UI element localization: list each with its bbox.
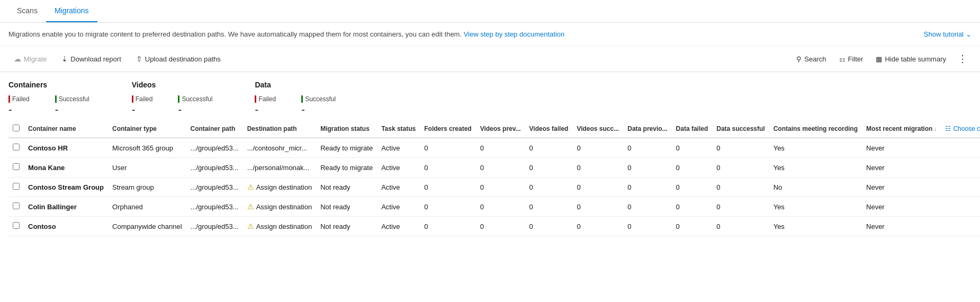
- col-folders-created[interactable]: Folders created: [420, 120, 475, 138]
- chart-icon: ▦: [876, 55, 882, 63]
- col-videos-succ[interactable]: Videos succ...: [572, 120, 623, 138]
- search-icon: ⚲: [796, 55, 802, 63]
- cell-dest: .../personal/monak...: [243, 158, 317, 177]
- summary-group-containers: Containers Failed - Successful -: [8, 81, 89, 116]
- cell-migration-status: Not ready: [316, 177, 377, 197]
- cell-recent: Never: [862, 177, 941, 197]
- col-choose-columns[interactable]: ☷ Choose columns: [941, 120, 980, 138]
- cell-migration-status: Not ready: [316, 217, 377, 236]
- table-row: Contoso Stream Group Stream group .../gr…: [8, 177, 980, 197]
- row-checkbox[interactable]: [8, 217, 24, 236]
- col-container-type[interactable]: Container type: [108, 120, 186, 138]
- select-all-checkbox[interactable]: [8, 120, 24, 138]
- cell-task-status: Active: [377, 177, 420, 197]
- cell-videos-succ: 0: [572, 138, 623, 158]
- row-checkbox[interactable]: [8, 197, 24, 217]
- info-bar-link[interactable]: View step by step documentation: [464, 30, 565, 38]
- filter-button[interactable]: ⚏ Filter: [834, 52, 869, 66]
- col-container-path[interactable]: Container path: [186, 120, 243, 138]
- col-data-prev[interactable]: Data previo...: [623, 120, 671, 138]
- cell-videos-failed: 0: [525, 177, 573, 197]
- cell-recent: Never: [862, 217, 941, 236]
- cell-task-status: Active: [377, 197, 420, 217]
- warning-icon: ⚠: [247, 183, 254, 191]
- cell-recent: Never: [862, 197, 941, 217]
- cell-folders: 0: [420, 217, 475, 236]
- cell-data-prev: 0: [623, 217, 671, 236]
- cell-path: .../group/ed53...: [186, 138, 243, 158]
- col-container-name[interactable]: Container name: [24, 120, 108, 138]
- cell-data-succ: 0: [712, 177, 769, 197]
- filter-icon: ⚏: [839, 55, 846, 63]
- hide-table-summary-button[interactable]: ▦ Hide table summary: [870, 52, 951, 66]
- cell-videos-failed: 0: [525, 197, 573, 217]
- show-tutorial-button[interactable]: Show tutorial ⌄: [924, 30, 972, 38]
- cell-data-succ: 0: [712, 217, 769, 236]
- row-checkbox[interactable]: [8, 138, 24, 158]
- cell-path: .../group/ed53...: [186, 217, 243, 236]
- col-destination-path[interactable]: Destination path: [243, 120, 317, 138]
- columns-icon: ☷: [945, 125, 951, 132]
- summary-item-videos-failed: Failed -: [132, 95, 153, 116]
- col-data-failed[interactable]: Data failed: [672, 120, 713, 138]
- summary-item-data-successful: Successful -: [301, 95, 336, 116]
- cell-actions: [941, 158, 980, 177]
- cell-videos-prev: 0: [476, 197, 525, 217]
- summary-group-title-videos: Videos: [132, 81, 213, 89]
- cell-data-succ: 0: [712, 158, 769, 177]
- tab-migrations[interactable]: Migrations: [46, 0, 97, 22]
- cell-task-status: Active: [377, 217, 420, 236]
- migrate-icon: ☁: [14, 55, 21, 63]
- info-bar-text: Migrations enable you to migrate content…: [8, 30, 564, 38]
- col-most-recent[interactable]: Most recent migration ↓: [862, 120, 941, 138]
- migrate-button[interactable]: ☁ Migrate: [8, 51, 52, 66]
- summary-group-videos: Videos Failed - Successful -: [132, 81, 213, 116]
- row-checkbox[interactable]: [8, 158, 24, 177]
- col-videos-failed[interactable]: Videos failed: [525, 120, 573, 138]
- migrations-table: Container name Container type Container …: [8, 120, 980, 236]
- cell-type: Microsoft 365 group: [108, 138, 186, 158]
- download-report-button[interactable]: ⇣ Download report: [56, 51, 126, 66]
- cell-meeting: Yes: [769, 217, 862, 236]
- cell-type: Companywide channel: [108, 217, 186, 236]
- cell-meeting: No: [769, 177, 862, 197]
- cell-videos-succ: 0: [572, 158, 623, 177]
- cell-data-failed: 0: [672, 197, 713, 217]
- upload-destination-button[interactable]: ⇧ Upload destination paths: [131, 51, 226, 66]
- chevron-down-icon: ⌄: [966, 30, 972, 38]
- cell-actions: [941, 197, 980, 217]
- cell-path: .../group/ed53...: [186, 177, 243, 197]
- cell-name: Contoso: [24, 217, 108, 236]
- cell-name: Mona Kane: [24, 158, 108, 177]
- status-bar-green: [55, 95, 57, 103]
- cell-dest: ⚠ Assign destination: [243, 197, 317, 217]
- cell-data-failed: 0: [672, 217, 713, 236]
- cell-videos-prev: 0: [476, 138, 525, 158]
- cell-folders: 0: [420, 197, 475, 217]
- col-data-successful[interactable]: Data successful: [712, 120, 769, 138]
- warning-icon: ⚠: [247, 202, 254, 211]
- upload-icon: ⇧: [136, 55, 142, 63]
- choose-columns-button[interactable]: ☷ Choose columns: [945, 125, 980, 132]
- cell-migration-status: Not ready: [316, 197, 377, 217]
- cell-meeting: Yes: [769, 138, 862, 158]
- cell-folders: 0: [420, 138, 475, 158]
- col-migration-status[interactable]: Migration status: [316, 120, 377, 138]
- info-bar-description: Migrations enable you to migrate content…: [8, 30, 462, 38]
- tab-scans[interactable]: Scans: [8, 0, 46, 22]
- col-videos-prev[interactable]: Videos prev...: [476, 120, 525, 138]
- summary-group-title-data: Data: [255, 81, 336, 89]
- col-task-status[interactable]: Task status: [377, 120, 420, 138]
- search-button[interactable]: ⚲ Search: [791, 52, 831, 66]
- cell-meeting: Yes: [769, 158, 862, 177]
- tab-bar: Scans Migrations: [0, 0, 980, 23]
- summary-group-data: Data Failed - Successful -: [255, 81, 336, 116]
- cell-task-status: Active: [377, 138, 420, 158]
- more-options-button[interactable]: ⋮: [954, 52, 972, 66]
- col-meeting-recording[interactable]: Contains meeting recording: [769, 120, 862, 138]
- summary-item-videos-successful: Successful -: [178, 95, 212, 116]
- info-bar: Migrations enable you to migrate content…: [0, 23, 980, 46]
- summary-item-containers-failed: Failed -: [8, 95, 30, 116]
- cell-data-failed: 0: [672, 138, 713, 158]
- row-checkbox[interactable]: [8, 177, 24, 197]
